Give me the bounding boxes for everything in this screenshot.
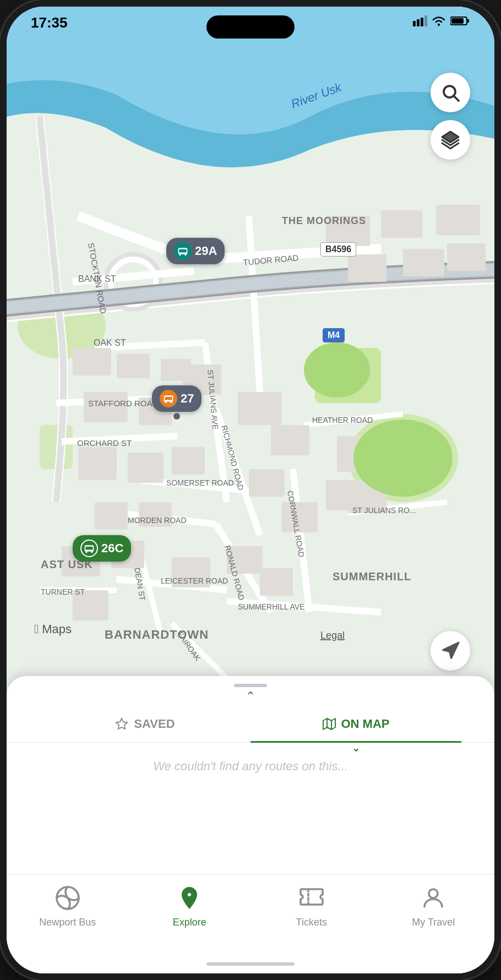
search-icon: [440, 83, 460, 102]
svg-rect-43: [436, 205, 480, 235]
layers-icon: [440, 130, 460, 150]
svg-marker-89: [443, 643, 459, 658]
svg-point-76: [179, 254, 181, 255]
bus-marker-29a[interactable]: 29A: [166, 238, 225, 264]
svg-rect-16: [73, 348, 111, 375]
svg-text:TURNER ST: TURNER ST: [41, 587, 85, 596]
svg-text:SUMMERHILL: SUMMERHILL: [333, 570, 411, 582]
svg-rect-2: [421, 18, 423, 26]
layers-button[interactable]: [431, 120, 470, 160]
tab-on-map[interactable]: ON MAP ⌄: [251, 717, 461, 742]
svg-text:HEATHER ROAD: HEATHER ROAD: [312, 416, 373, 424]
sheet-placeholder-text: We couldn't find any routes on this...: [40, 759, 461, 774]
svg-rect-31: [249, 469, 285, 497]
sheet-content: We couldn't find any routes on this...: [7, 743, 494, 790]
svg-text:MORDEN ROAD: MORDEN ROAD: [128, 516, 187, 525]
svg-point-81: [170, 401, 172, 403]
tab-saved-label: SAVED: [134, 717, 175, 731]
svg-rect-1: [417, 19, 420, 26]
svg-point-80: [165, 401, 166, 403]
svg-text:LEICESTER ROAD: LEICESTER ROAD: [161, 576, 228, 585]
svg-rect-23: [128, 453, 164, 483]
battery-icon: [450, 15, 470, 26]
svg-point-97: [429, 889, 438, 898]
svg-point-77: [184, 254, 186, 255]
nav-icon-explore: [175, 884, 204, 912]
svg-text:ORCHARD ST: ORCHARD ST: [77, 438, 132, 448]
svg-rect-29: [238, 392, 282, 425]
nav-item-explore[interactable]: Explore: [129, 884, 251, 928]
svg-text:ST JULIANS RO...: ST JULIANS RO...: [352, 506, 416, 515]
nav-item-tickets[interactable]: Tickets: [251, 884, 373, 928]
svg-point-47: [304, 342, 370, 398]
svg-rect-37: [260, 568, 293, 596]
road-label-m4: M4: [323, 328, 345, 342]
bus-label-26c: 26C: [101, 541, 123, 556]
status-icons: [413, 15, 470, 26]
navigation-icon: [440, 641, 460, 661]
svg-rect-6: [467, 19, 469, 23]
svg-rect-22: [78, 447, 117, 480]
bus-icon-29a: [174, 242, 192, 260]
svg-rect-46: [447, 243, 486, 271]
svg-text:OAK ST: OAK ST: [94, 338, 126, 347]
nav-item-my-travel[interactable]: My Travel: [373, 884, 495, 928]
bus-icon-26c: [80, 540, 98, 557]
nav-item-newport-bus[interactable]: Newport Bus: [7, 884, 129, 928]
svg-rect-7: [451, 18, 464, 24]
svg-marker-90: [116, 718, 127, 729]
dynamic-island: [206, 15, 295, 39]
svg-rect-17: [117, 353, 150, 378]
wifi-icon: [432, 15, 446, 26]
sheet-collapse-handle[interactable]: ⌃: [7, 689, 494, 704]
svg-rect-44: [348, 254, 386, 282]
svg-rect-3: [424, 15, 427, 26]
search-button[interactable]: [431, 73, 470, 112]
svg-rect-83: [85, 547, 92, 550]
phone-frame: 17:35: [0, 0, 501, 980]
bus-marker-26c[interactable]: 26C: [73, 535, 131, 562]
svg-rect-75: [179, 249, 186, 253]
svg-line-87: [454, 96, 459, 101]
svg-point-4: [438, 24, 440, 26]
bottom-sheet: ⌃ SAVED ON MAP ⌄: [7, 676, 494, 973]
nav-icon-tickets: [297, 884, 326, 912]
svg-rect-24: [172, 447, 205, 475]
svg-text:STAFFORD ROAD: STAFFORD ROAD: [88, 399, 158, 408]
svg-text:SUMMERHILL AVE: SUMMERHILL AVE: [238, 602, 304, 611]
nav-label-newport-bus: Newport Bus: [39, 917, 96, 928]
svg-marker-91: [323, 718, 335, 729]
signal-icon: [413, 15, 427, 26]
map-svg: River Usk: [7, 7, 494, 700]
nav-icon-my-travel: [419, 884, 448, 912]
svg-text:SOMERSET ROAD: SOMERSET ROAD: [166, 478, 234, 487]
bus-pin-marker-27[interactable]: 27: [152, 385, 202, 412]
sheet-handle: [234, 684, 267, 687]
svg-text:BARNARDTOWN: BARNARDTOWN: [105, 628, 209, 641]
tab-saved[interactable]: SAVED: [40, 717, 251, 742]
svg-point-85: [91, 551, 92, 553]
bus-marker-27-container[interactable]: 27: [152, 385, 202, 420]
nav-icon-newport-bus: [53, 884, 82, 912]
location-button[interactable]: [431, 631, 470, 671]
svg-rect-0: [413, 21, 416, 26]
svg-rect-25: [95, 502, 128, 530]
road-label-b4596: B4596: [320, 242, 356, 257]
nav-label-my-travel: My Travel: [412, 917, 455, 928]
svg-rect-45: [403, 249, 444, 276]
nav-label-tickets: Tickets: [296, 917, 327, 928]
svg-point-95: [187, 892, 192, 897]
screen: 17:35: [7, 7, 494, 973]
bus-icon-27: [160, 390, 177, 407]
map-icon: [323, 717, 336, 731]
nav-label-explore: Explore: [173, 917, 206, 928]
bus-label-27: 27: [181, 391, 194, 406]
svg-point-48: [353, 420, 453, 497]
svg-text:THE MOORINGS: THE MOORINGS: [282, 215, 366, 226]
svg-rect-42: [381, 210, 422, 238]
home-indicator: [206, 962, 295, 966]
bus-pin-dot: [173, 413, 180, 420]
bus-label-29a: 29A: [195, 244, 217, 258]
svg-rect-30: [271, 425, 309, 455]
star-icon: [115, 717, 128, 731]
